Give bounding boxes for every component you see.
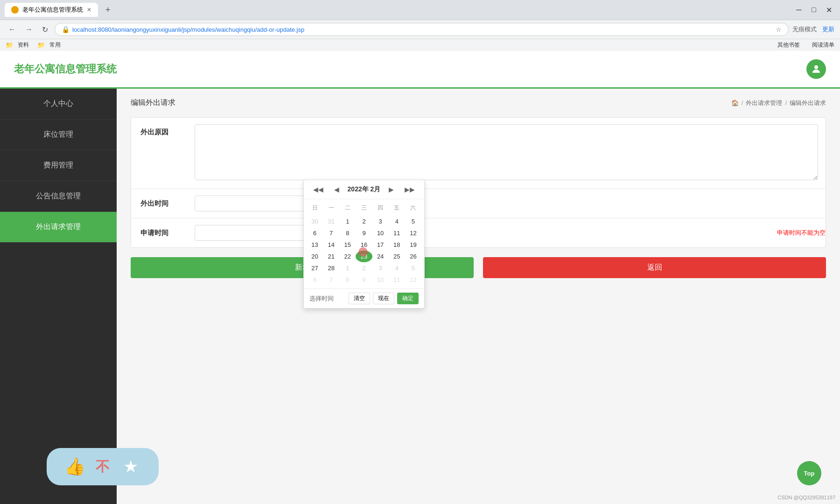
sidebar-item-beds[interactable]: 床位管理 xyxy=(0,119,117,150)
cal-day[interactable]: 12 xyxy=(405,274,421,286)
cal-day[interactable]: 1 xyxy=(339,216,356,227)
cal-day[interactable]: 12 xyxy=(405,227,421,239)
new-tab-button[interactable]: + xyxy=(102,3,114,17)
other-bookmarks[interactable]: 其他书签 xyxy=(777,41,800,49)
cal-next-year-button[interactable]: ▶▶ xyxy=(402,185,418,194)
cal-day[interactable]: 21 xyxy=(323,251,339,262)
cal-day[interactable]: 24 xyxy=(372,251,389,262)
cal-day[interactable]: 10 xyxy=(372,227,389,239)
breadcrumb: 🏠 / 外出请求管理 / 编辑外出请求 xyxy=(731,99,826,107)
cal-day-today[interactable]: 23 xyxy=(356,251,372,262)
bookmark-icon2: 📁 xyxy=(37,42,45,49)
back-button[interactable]: ← xyxy=(6,23,19,35)
calendar-weekdays: 日 一 二 三 四 五 六 xyxy=(307,202,421,214)
content-area: 编辑外出请求 🏠 / 外出请求管理 / 编辑外出请求 外出原因 xyxy=(117,89,840,504)
cal-day[interactable]: 13 xyxy=(307,239,323,251)
bookmark-changyong[interactable]: 常用 xyxy=(49,41,61,49)
calendar-grid: 日 一 二 三 四 五 六 30 31 1 2 3 xyxy=(304,199,424,288)
cal-day[interactable]: 20 xyxy=(307,251,323,262)
main-layout: 个人中心 床位管理 费用管理 公告信息管理 外出请求管理 编辑外出请求 🏠 xyxy=(0,89,840,504)
cal-day[interactable]: 4 xyxy=(389,216,405,227)
cal-confirm-button[interactable]: 确定 xyxy=(397,293,419,304)
thumbs-up-icon[interactable]: 👍 xyxy=(61,453,89,481)
calendar-footer: 选择时间 清空 现在 确定 xyxy=(304,288,424,308)
sidebar-item-personal[interactable]: 个人中心 xyxy=(0,89,117,119)
cal-day[interactable]: 11 xyxy=(389,274,405,286)
cal-day[interactable]: 9 xyxy=(356,274,372,286)
cal-footer-label: 选择时间 xyxy=(309,294,346,303)
cal-day[interactable]: 11 xyxy=(389,227,405,239)
time-row: 请填写 xyxy=(195,196,818,211)
cal-day[interactable]: 15 xyxy=(339,239,356,251)
cal-day[interactable]: 25 xyxy=(389,251,405,262)
refresh-button[interactable]: ↻ xyxy=(39,23,51,36)
cal-day[interactable]: 19 xyxy=(405,239,421,251)
cal-title: 2022年 2月 xyxy=(348,185,381,194)
cal-day[interactable]: 31 xyxy=(323,216,339,227)
cal-day[interactable]: 27 xyxy=(307,262,323,274)
browser-tab[interactable]: 老年公寓信息管理系统 ✕ xyxy=(5,3,98,17)
cal-day[interactable]: 2 xyxy=(356,262,372,274)
cal-day[interactable]: 5 xyxy=(405,216,421,227)
bookmark-ziliao[interactable]: 资料 xyxy=(18,41,29,49)
address-box[interactable]: 🔒 localhost:8080/laoniangongyuxinxiguanl… xyxy=(55,23,789,36)
top-button[interactable]: Top xyxy=(797,461,821,485)
user-icon xyxy=(811,63,822,75)
cal-clear-button[interactable]: 清空 xyxy=(349,293,370,304)
cal-day[interactable]: 14 xyxy=(323,239,339,251)
breadcrumb-current: 编辑外出请求 xyxy=(790,99,826,107)
share-icon[interactable]: 不 xyxy=(89,453,117,481)
refresh-label[interactable]: 更新 xyxy=(822,25,834,34)
cal-day[interactable]: 3 xyxy=(372,216,389,227)
star-bookmark-icon[interactable]: ☆ xyxy=(776,26,782,33)
cal-day[interactable]: 5 xyxy=(405,262,421,274)
cal-day[interactable]: 9 xyxy=(356,227,372,239)
cal-day[interactable]: 2 xyxy=(356,216,372,227)
breadcrumb-home-icon[interactable]: 🏠 xyxy=(731,99,739,106)
cal-now-button[interactable]: 现在 xyxy=(373,293,394,304)
cal-prev-year-button[interactable]: ◀◀ xyxy=(310,185,326,194)
cal-day[interactable]: 8 xyxy=(339,227,356,239)
user-avatar[interactable] xyxy=(806,59,826,79)
profile-label[interactable]: 无痕模式 xyxy=(792,25,817,34)
cal-day[interactable]: 1 xyxy=(339,262,356,274)
reason-field xyxy=(187,118,826,189)
cal-day[interactable]: 6 xyxy=(307,227,323,239)
close-button[interactable]: ✕ xyxy=(822,3,835,16)
sidebar: 个人中心 床位管理 费用管理 公告信息管理 外出请求管理 xyxy=(0,89,117,504)
forward-button[interactable]: → xyxy=(22,23,35,35)
cal-day[interactable]: 7 xyxy=(323,227,339,239)
cal-day[interactable]: 28 xyxy=(323,262,339,274)
cal-day[interactable]: 8 xyxy=(339,274,356,286)
sidebar-item-fees[interactable]: 费用管理 xyxy=(0,150,117,181)
tab-close-button[interactable]: ✕ xyxy=(87,7,91,13)
star-icon[interactable]: ★ xyxy=(117,453,145,481)
weekday-fri: 五 xyxy=(389,202,405,214)
sidebar-item-announcements[interactable]: 公告信息管理 xyxy=(0,181,117,212)
cal-day[interactable]: 6 xyxy=(307,274,323,286)
cal-day[interactable]: 22 xyxy=(339,251,356,262)
cal-day[interactable]: 4 xyxy=(389,262,405,274)
cal-next-month-button[interactable]: ▶ xyxy=(386,185,397,194)
cal-day[interactable]: 16 xyxy=(356,239,372,251)
cal-day[interactable]: 30 xyxy=(307,216,323,227)
time-label: 外出时间 xyxy=(131,189,187,217)
cal-day[interactable]: 17 xyxy=(372,239,389,251)
breadcrumb-outing-management[interactable]: 外出请求管理 xyxy=(746,99,782,107)
cal-day[interactable]: 10 xyxy=(372,274,389,286)
sidebar-item-outing[interactable]: 外出请求管理 xyxy=(0,212,117,243)
back-button[interactable]: 返回 xyxy=(483,257,826,278)
maximize-button[interactable]: □ xyxy=(807,3,820,16)
reading-list[interactable]: 阅读清单 xyxy=(812,41,834,49)
cal-day[interactable]: 7 xyxy=(323,274,339,286)
minimize-button[interactable]: ─ xyxy=(792,3,805,16)
apply-field xyxy=(187,218,772,247)
weekday-sat: 六 xyxy=(405,202,421,214)
cal-day[interactable]: 26 xyxy=(405,251,421,262)
browser-addressbar: ← → ↻ 🔒 localhost:8080/laoniangongyuxinx… xyxy=(0,20,840,39)
time-field: 请填写 xyxy=(187,189,826,218)
cal-prev-month-button[interactable]: ◀ xyxy=(331,185,342,194)
reason-textarea[interactable] xyxy=(195,124,818,180)
cal-day[interactable]: 18 xyxy=(389,239,405,251)
cal-day[interactable]: 3 xyxy=(372,262,389,274)
